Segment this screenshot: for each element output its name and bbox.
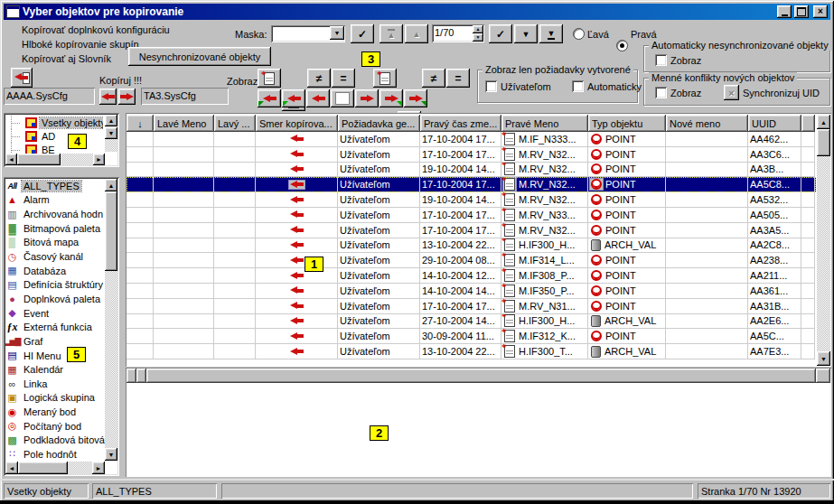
- type-list-hscroll-thumb[interactable]: [18, 462, 68, 474]
- object-type-item[interactable]: ◆ Event: [5, 306, 105, 321]
- tree-node[interactable]: AD: [5, 129, 103, 143]
- checkbox-name-conflicts-show[interactable]: [655, 87, 667, 98]
- apply-mask-button[interactable]: ✓: [351, 24, 374, 43]
- mask-dropdown-button[interactable]: ▼: [330, 26, 344, 40]
- table-row[interactable]: Užívateľom 29-10-2004 08... M.IF314_L...…: [127, 253, 816, 268]
- column-header-new-name[interactable]: Nové meno: [666, 115, 748, 132]
- column-header-right-name[interactable]: Pravé Meno: [501, 115, 588, 132]
- object-type-item[interactable]: ▓ Bitmapová paleta: [5, 221, 105, 236]
- sort-descending-icon[interactable]: ↓: [127, 115, 154, 132]
- column-header-right-time[interactable]: Pravý čas zme...: [420, 115, 501, 132]
- object-type-item[interactable]: ◷ Časový kanál: [5, 249, 105, 264]
- object-type-item[interactable]: ▒ Bitová mapa: [5, 236, 105, 250]
- go-next-page-button[interactable]: ▼: [514, 24, 538, 43]
- spin-down-button[interactable]: ▼: [473, 33, 483, 42]
- table-row[interactable]: Užívateľom 14-10-2004 12... M.IF308_P...…: [127, 268, 816, 284]
- tree-scroll-up-button[interactable]: ▲: [105, 115, 117, 126]
- radio-right-side[interactable]: [616, 40, 628, 51]
- column-header-object-type[interactable]: Typ objektu: [588, 115, 666, 132]
- object-type-item[interactable]: ƒx Externá funkcia: [5, 320, 105, 334]
- tree-scroll-left-button[interactable]: ◄: [5, 154, 17, 165]
- object-type-item[interactable]: ▤ Definícia štruktúry: [5, 277, 105, 292]
- type-list-scroll-up-button[interactable]: ▲: [105, 179, 117, 191]
- table-row[interactable]: Užívateľom 19-10-2004 14... M.RV_N32... …: [127, 192, 816, 208]
- dir-right-sync-button[interactable]: [404, 89, 427, 107]
- maximize-button[interactable]: [794, 5, 809, 18]
- column-header-left-name[interactable]: Lavé Meno: [154, 115, 214, 132]
- copy-left-to-right-button[interactable]: [118, 89, 136, 105]
- checkbox-requests-automatic[interactable]: [572, 80, 584, 92]
- object-type-item[interactable]: ▦ Kalendár: [5, 362, 105, 377]
- table-row[interactable]: Užívateľom 17-10-2004 17... M.RV_N31... …: [127, 299, 816, 314]
- dir-none-button[interactable]: [331, 89, 354, 107]
- table-row[interactable]: Užívateľom 13-10-2004 22... H.IF300_T...…: [127, 344, 816, 359]
- tree-hscroll-thumb[interactable]: [17, 154, 61, 165]
- show-equal-button[interactable]: =: [332, 69, 355, 88]
- right-system-field[interactable]: TA3.SysCfg: [141, 88, 229, 105]
- copy-right-to-left-button[interactable]: [99, 89, 117, 105]
- table-row[interactable]: Užívateľom 17-10-2004 17... M.RV_N32... …: [127, 177, 816, 192]
- checkbox-requests-user[interactable]: [485, 80, 497, 92]
- dir-left-sync-button[interactable]: [258, 89, 281, 107]
- apply-page-button[interactable]: ✓: [489, 24, 512, 43]
- dir-right-green-button[interactable]: [380, 89, 403, 107]
- dir-left-green-button[interactable]: [282, 89, 305, 107]
- table-row[interactable]: Užívateľom 27-10-2004 14... H.IF300_H...…: [127, 314, 816, 330]
- object-type-item[interactable]: All ALL_TYPES: [5, 179, 105, 193]
- minimize-button[interactable]: [777, 5, 792, 18]
- left-system-field[interactable]: AAAA.SysCfg: [4, 88, 95, 105]
- table-row[interactable]: Užívateľom 17-10-2004 17... M.RV_N33... …: [127, 208, 816, 223]
- object-type-item[interactable]: ∞ Linka: [5, 377, 105, 391]
- table-row[interactable]: Užívateľom 13-10-2004 22... H.IF300_H...…: [127, 238, 816, 254]
- show-requests-button[interactable]: [258, 69, 281, 88]
- object-type-item[interactable]: ▦ Databáza: [5, 264, 105, 278]
- copy-to-left-button[interactable]: [11, 68, 33, 88]
- close-button[interactable]: ×: [813, 5, 828, 18]
- dir-left-button[interactable]: [306, 89, 330, 107]
- system-menu-icon[interactable]: [6, 5, 20, 18]
- go-prev-page-button[interactable]: ▲: [405, 24, 428, 43]
- show-equal-button-2[interactable]: =: [446, 69, 470, 88]
- show-different-button[interactable]: ≠: [307, 69, 331, 88]
- go-last-page-button[interactable]: ▼: [539, 24, 563, 43]
- object-type-item[interactable]: ∷ Pole hodnôt: [5, 447, 105, 462]
- table-vertical-scrollbar[interactable]: [817, 156, 830, 351]
- column-header-left-x[interactable]: Lavý ...: [214, 115, 256, 132]
- tree-node[interactable]: Vsetky objekty: [5, 116, 103, 129]
- object-type-item[interactable]: ▤ HI Menu: [5, 349, 105, 363]
- object-type-item[interactable]: ▥ Archivovaná hodn: [5, 207, 105, 221]
- table-row[interactable]: Užívateľom 30-09-2004 11... M.IF312_K...…: [127, 329, 816, 344]
- show-different-button-2[interactable]: ≠: [422, 69, 445, 88]
- table-vscroll-thumb[interactable]: [817, 129, 830, 156]
- object-type-item[interactable]: ◎ Počítaný bod: [5, 419, 105, 434]
- type-list-scroll-down-button[interactable]: ▼: [105, 448, 117, 461]
- radio-left-side[interactable]: [573, 28, 585, 40]
- show-requests-button-2[interactable]: [373, 69, 397, 88]
- object-type-item[interactable]: ◉ Meraný bod: [5, 405, 105, 419]
- object-type-item[interactable]: ▣ Logická skupina: [5, 391, 105, 406]
- checkbox-auto-unsync-show[interactable]: [655, 54, 667, 66]
- type-list-scroll-right-button[interactable]: ►: [92, 462, 105, 474]
- go-first-page-button[interactable]: ▲: [380, 24, 403, 43]
- table-scroll-down-button[interactable]: ▼: [817, 351, 830, 366]
- mask-combobox[interactable]: ▼: [271, 25, 345, 42]
- object-type-item[interactable]: ▲ Alarm: [5, 193, 105, 208]
- type-list-vscroll-thumb[interactable]: [105, 191, 117, 271]
- table-row[interactable]: Užívateľom 17-10-2004 17... M.RV_N32... …: [127, 147, 816, 163]
- table-row[interactable]: Užívateľom 19-10-2004 14... M.RV_N32... …: [127, 163, 816, 178]
- type-list-scroll-left-button[interactable]: ◄: [5, 462, 18, 474]
- unsynchronized-objects-button[interactable]: Nesynchronizované objekty: [128, 47, 271, 66]
- synchronize-uid-button[interactable]: ×: [724, 85, 739, 100]
- page-spinner[interactable]: 1/70 ▲ ▼: [432, 24, 484, 42]
- table-row[interactable]: Užívateľom 17-10-2004 17... M.IF_N333...…: [127, 132, 816, 147]
- type-list-vertical-scrollbar[interactable]: [105, 271, 117, 448]
- object-type-item[interactable]: ▩ Podkladová bitová: [5, 434, 105, 448]
- table-row[interactable]: Užívateľom 17-10-2004 17... M.RV_N32... …: [127, 223, 816, 238]
- table-row[interactable]: Užívateľom 14-10-2004 14... M.IF350_P...…: [127, 284, 816, 299]
- column-header-uuid[interactable]: UUID: [748, 115, 801, 132]
- tree-vertical-scrollbar[interactable]: [105, 139, 117, 152]
- type-list-horizontal-scrollbar[interactable]: ◄ ►: [5, 462, 105, 474]
- column-header-request-generated[interactable]: Požiadavka ge...: [338, 115, 420, 132]
- tree-scroll-down-button[interactable]: ▼: [105, 127, 117, 139]
- spin-up-button[interactable]: ▲: [473, 25, 483, 33]
